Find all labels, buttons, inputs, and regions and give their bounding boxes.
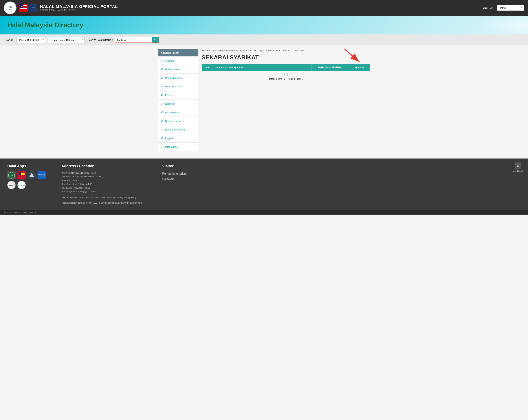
jakim-logos: JAKIM — [19, 4, 37, 12]
content-area: Selamat datang ke direktori Halal Malays… — [202, 49, 370, 151]
th-nama: Nama & Alamat Syarikat — [213, 64, 312, 71]
app-logo-2 — [17, 171, 26, 179]
sidebar-item-international[interactable]: ✔ International — [158, 142, 198, 151]
halal-apps-section: Halal Apps حلال — [7, 164, 54, 205]
apps-title: Halal Apps — [7, 164, 54, 168]
halal-logo: حلال HALAL — [4, 1, 16, 14]
app-logo-6: MY HALAL — [17, 181, 26, 189]
social-media-button[interactable]: ⚙ Social Media — [512, 162, 524, 173]
bottom-bar-text: 31575:180 directory/index_directory — [4, 211, 36, 213]
jakim-logo: JAKIM — [29, 4, 37, 12]
lang-eng-button[interactable]: ENG — [482, 6, 488, 10]
sidebar-item-rumah[interactable]: ✔ Rumah Sembelihan — [158, 125, 198, 134]
address-body: BAHAGIAN PENGURUSAN HALAL, JABATAN KEMAJ… — [61, 171, 155, 194]
lang-bm-button[interactable]: BM — [489, 6, 494, 10]
category-select[interactable]: Please Select Category — [48, 37, 85, 43]
verify-input[interactable] — [115, 37, 152, 43]
welcome-text: Selamat datang ke direktori Halal Malays… — [202, 49, 370, 52]
th-tarikh: Tarikh Luput Sijil Halal — [312, 64, 348, 71]
svg-point-5 — [21, 5, 23, 7]
search-bar: Carian: Please Select State Please Selec… — [0, 35, 528, 46]
check-icon-logistik: ✔ — [161, 136, 163, 140]
visitor-title: Visitor — [162, 164, 209, 168]
svg-text:حلال: حلال — [10, 175, 13, 176]
sidebar-label-produk: Produk — [165, 94, 173, 97]
app-logo-1: حلال — [7, 171, 16, 179]
check-icon-produk: ✔ — [161, 93, 163, 97]
svg-marker-14 — [29, 173, 34, 177]
resolution-text: Paparan terbaik dengan resolusi 1024 x 7… — [61, 201, 155, 205]
results-table: Bil Nama & Alamat Syarikat Tarikh Luput … — [202, 64, 370, 82]
section-title: SENARAI SYARIKAT — [202, 54, 370, 61]
nav-dropdown[interactable]: Home — [497, 5, 524, 11]
sidebar-label-kosmetik: Kosmetik — [165, 103, 175, 105]
check-icon-hotel: ✔ — [161, 67, 163, 71]
sidebar-item-barang[interactable]: ✔ Barang Gunaan — [158, 117, 198, 125]
header: حلال HALAL JAKIM HALAL MALAYSIA OFFICIAL… — [0, 0, 528, 16]
visitor-section: Visitor Pengunjung terkini : 110,253,401 — [162, 164, 209, 205]
address-section: Address / Location BAHAGIAN PENGURUSAN H… — [61, 164, 155, 205]
sidebar-label-premis: Premis Makanan — [165, 77, 183, 79]
sidebar-label-logistik: Logistik — [165, 137, 173, 140]
search-label: Carian: — [5, 38, 14, 41]
sidebar-item-farmaseutikal[interactable]: ✔ Farmaseutikal — [158, 108, 198, 117]
sidebar-label-menu: Menu Makanan — [165, 85, 182, 88]
check-icon-rumah: ✔ — [161, 128, 163, 132]
app-logos-2: HALAL MY HALAL — [7, 181, 54, 189]
check-icon-farmaseutikal: ✔ — [161, 110, 163, 114]
page-link[interactable]: [ 1 ] — [284, 73, 288, 76]
app-logo-3 — [27, 171, 36, 179]
header-title-area: HALAL MALAYSIA OFFICIAL PORTAL PORTAL RA… — [40, 4, 479, 12]
sidebar-label-hotel: Hotel & Resort — [165, 68, 181, 71]
sidebar-label-farmaseutikal: Farmaseutikal — [165, 111, 180, 114]
th-syarikat: Syarikat — [348, 64, 370, 71]
sidebar-label-rumah: Rumah Sembelihan — [165, 128, 186, 131]
sidebar-header: Kategori / Skim — [158, 49, 198, 57]
main-content: Kategori / Skim ✔ Syarikat ✔ Hotel & Res… — [154, 46, 374, 155]
malaysia-logo — [19, 4, 28, 12]
svg-text:HALAL: HALAL — [9, 185, 14, 186]
sidebar-item-premis[interactable]: ✔ Premis Makanan — [158, 74, 198, 82]
total-record: Total Record : 0 - Page 1 From 0 — [202, 78, 370, 82]
state-select[interactable]: Please Select State — [16, 37, 46, 43]
lang-switcher: ENG BM — [482, 6, 494, 10]
check-icon-syarikat: ✔ — [161, 59, 163, 63]
pagination: [ 1 ] — [202, 71, 370, 78]
sidebar-item-syarikat[interactable]: ✔ Syarikat — [158, 57, 198, 65]
check-icon-international: ✔ — [161, 145, 163, 149]
hero-title: Halal Malaysia Directory — [7, 21, 521, 29]
visitor-count: 110,253,401 — [162, 177, 209, 181]
portal-title: HALAL MALAYSIA OFFICIAL PORTAL — [40, 4, 479, 9]
social-media-label: Social Media — [512, 170, 524, 173]
hero-banner: Halal Malaysia Directory — [0, 16, 528, 35]
check-icon-barang: ✔ — [161, 119, 163, 123]
visitor-label: Pengunjung terkini : — [162, 171, 209, 176]
sidebar-item-kosmetik[interactable]: ✔ Kosmetik — [158, 100, 198, 108]
check-icon-menu: ✔ — [161, 84, 163, 89]
verify-search-button[interactable]: 🔍 — [152, 37, 159, 43]
sidebar-item-produk[interactable]: ✔ Produk — [158, 91, 198, 100]
footer-grid: Halal Apps حلال — [7, 164, 209, 205]
check-icon-kosmetik: ✔ — [161, 102, 163, 106]
sidebar-item-logistik[interactable]: ✔ Logistik — [158, 134, 198, 142]
gear-icon: ⚙ — [515, 162, 521, 169]
svg-rect-13 — [19, 173, 21, 175]
check-icon-premis: ✔ — [161, 76, 163, 80]
sidebar-label-syarikat: Syarikat — [165, 59, 174, 62]
app-logo-4: SURUHANJAYASYARIKAT — [37, 171, 46, 179]
bottom-bar: 31575:180 directory/index_directory — [0, 210, 528, 215]
sidebar-item-hotel[interactable]: ✔ Hotel & Resort — [158, 65, 198, 74]
th-bil: Bil — [202, 64, 213, 71]
hero-decoration — [473, 16, 528, 35]
address-title: Address / Location — [61, 164, 155, 168]
contact-info: Telefon : 03-8892 5000 | Fax : 03-8892 5… — [61, 196, 155, 199]
portal-subtitle: PORTAL RASMI HALAL MALAYSIA — [40, 9, 479, 12]
svg-text:MY HALAL: MY HALAL — [18, 185, 25, 186]
sidebar-item-menu[interactable]: ✔ Menu Makanan — [158, 82, 198, 91]
nav-select-wrapper: Home — [497, 5, 524, 11]
verify-input-wrapper: 🔍 — [115, 37, 159, 43]
app-logo-5: HALAL — [7, 181, 16, 189]
app-logos: حلال SURUHANJAYA — [7, 171, 54, 179]
verify-label: Verify Halal Status : — [89, 38, 113, 41]
sidebar-label-barang: Barang Gunaan — [165, 120, 182, 122]
